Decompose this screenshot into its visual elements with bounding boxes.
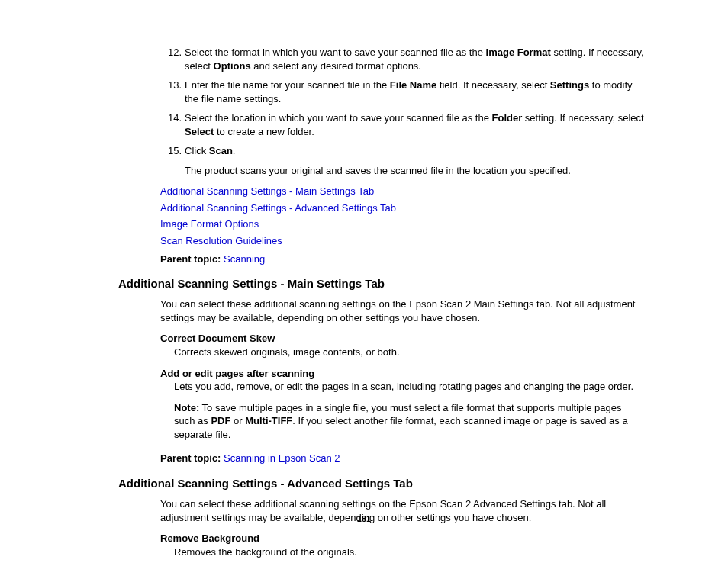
definition-block: Add or edit pages after scanningLets you… xyxy=(118,367,644,394)
definition-term: Add or edit pages after scanning xyxy=(160,367,644,381)
related-link[interactable]: Additional Scanning Settings - Main Sett… xyxy=(160,185,644,198)
section-heading-main-settings: Additional Scanning Settings - Main Sett… xyxy=(118,276,644,291)
related-link[interactable]: Additional Scanning Settings - Advanced … xyxy=(160,201,644,215)
parent-topic-top: Parent topic: Scanning xyxy=(118,253,644,266)
step-body: Select the format in which you want to s… xyxy=(185,46,644,72)
list-step: 15.Click Scan. xyxy=(118,144,644,158)
parent-topic-link[interactable]: Scanning xyxy=(224,253,265,265)
related-link[interactable]: Image Format Options xyxy=(160,217,644,231)
definition-description: Corrects skewed originals, image content… xyxy=(160,346,644,359)
numbered-steps: 12.Select the format in which you want t… xyxy=(118,46,644,158)
related-links: Additional Scanning Settings - Main Sett… xyxy=(118,185,644,247)
step-body: Click Scan. xyxy=(185,144,644,158)
document-page: 12.Select the format in which you want t… xyxy=(0,0,728,563)
parent-topic-section1: Parent topic: Scanning in Epson Scan 2 xyxy=(118,452,644,465)
page-number: 181 xyxy=(0,513,728,525)
parent-topic-label: Parent topic: xyxy=(160,452,224,464)
note-block: Note: To save multiple pages in a single… xyxy=(118,401,644,442)
definition-description: Lets you add, remove, or edit the pages … xyxy=(160,380,644,394)
section-heading-advanced-settings: Additional Scanning Settings - Advanced … xyxy=(118,476,644,491)
definition-block: Remove BackgroundRemoves the background … xyxy=(118,532,644,558)
parent-topic-label: Parent topic: xyxy=(160,253,224,265)
definition-description: Removes the background of the originals. xyxy=(160,545,644,559)
step-body: Enter the file name for your scanned fil… xyxy=(185,79,644,105)
step-number: 12. xyxy=(160,46,185,72)
step-number: 14. xyxy=(160,111,185,138)
definition-term: Correct Document Skew xyxy=(160,332,644,346)
step-body: Select the location in which you want to… xyxy=(185,111,644,138)
section1-intro: You can select these additional scanning… xyxy=(118,298,644,324)
list-step: 12.Select the format in which you want t… xyxy=(118,46,644,72)
related-link[interactable]: Scan Resolution Guidelines xyxy=(160,234,644,248)
definition-term: Remove Background xyxy=(160,532,644,545)
note-label: Note: xyxy=(174,402,199,413)
definition-block: Correct Document SkewCorrects skewed ori… xyxy=(118,332,644,359)
list-step: 14.Select the location in which you want… xyxy=(118,111,644,138)
parent-topic-link[interactable]: Scanning in Epson Scan 2 xyxy=(224,452,340,464)
step-number: 13. xyxy=(160,79,185,105)
step-number: 15. xyxy=(160,144,185,158)
post-step-text: The product scans your original and save… xyxy=(118,164,644,178)
list-step: 13.Enter the file name for your scanned … xyxy=(118,79,644,105)
